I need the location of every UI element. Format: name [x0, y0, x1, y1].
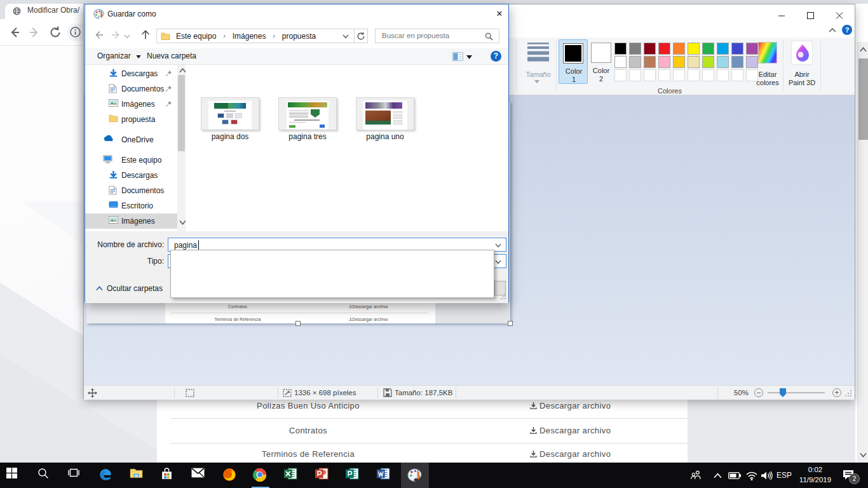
size-dropdown-icon[interactable]	[534, 80, 539, 83]
download-link[interactable]: Descargar archivo	[530, 449, 611, 459]
palette-empty-swatch[interactable]	[629, 69, 641, 81]
palette-color-swatch[interactable]	[658, 43, 670, 55]
palette-empty-swatch[interactable]	[614, 69, 627, 81]
canvas-resize-handle-bottom[interactable]	[295, 321, 301, 326]
palette-color-swatch[interactable]	[702, 56, 714, 68]
taskbar-button-paint[interactable]	[401, 463, 429, 488]
search-input[interactable]: Buscar en propuesta	[375, 29, 499, 43]
filename-dropdown-icon[interactable]	[495, 243, 501, 248]
palette-color-swatch[interactable]	[688, 43, 700, 55]
taskbar-button-start[interactable]	[0, 463, 28, 488]
palette-empty-swatch[interactable]	[731, 69, 743, 81]
palette-color-swatch[interactable]	[731, 43, 743, 55]
size-button-label[interactable]: Tamaño	[522, 71, 554, 79]
taskbar-button-publisher[interactable]	[339, 463, 367, 488]
taskbar-button-task-view[interactable]	[62, 463, 90, 488]
taskbar-button-powerpoint[interactable]	[309, 463, 337, 488]
sidebar-scrollbar[interactable]	[177, 65, 186, 231]
palette-color-swatch[interactable]	[688, 56, 700, 68]
hide-folders-button[interactable]: Ocultar carpetas	[96, 284, 163, 293]
zoom-slider-thumb[interactable]	[779, 388, 787, 398]
palette-empty-swatch[interactable]	[658, 69, 670, 81]
sidebar-item-escritorio[interactable]: Escritorio	[85, 198, 177, 214]
breadcrumb-item-1[interactable]: Este equipo	[176, 32, 216, 41]
palette-color-swatch[interactable]	[746, 43, 758, 55]
zoom-in-button[interactable]: +	[832, 388, 841, 397]
taskbar-button-edge[interactable]	[92, 463, 120, 488]
sidebar-item-documentos[interactable]: Documentos	[85, 183, 177, 198]
palette-color-swatch[interactable]	[673, 43, 685, 55]
browser-forward-icon[interactable]	[27, 25, 42, 40]
sidebar-item-imágenes[interactable]: Imágenes	[85, 97, 177, 112]
download-link[interactable]: Descargar archivo	[530, 426, 611, 435]
people-icon[interactable]	[690, 470, 702, 480]
wifi-icon[interactable]	[746, 471, 757, 480]
refresh-button[interactable]	[355, 29, 368, 43]
palette-empty-swatch[interactable]	[702, 69, 714, 81]
browser-scrollbar[interactable]	[855, 4, 868, 463]
nav-up-icon[interactable]	[140, 29, 151, 41]
browser-reload-icon[interactable]	[48, 25, 63, 40]
palette-color-swatch[interactable]	[717, 56, 729, 68]
palette-color-swatch[interactable]	[717, 43, 729, 55]
new-folder-button[interactable]: Nueva carpeta	[147, 51, 196, 60]
browser-scrollbar-track[interactable]	[857, 42, 868, 463]
scroll-up-icon[interactable]	[860, 47, 867, 52]
palette-color-swatch[interactable]	[702, 43, 714, 55]
minimize-icon[interactable]	[772, 11, 791, 20]
tray-expand-icon[interactable]	[714, 473, 722, 478]
breadcrumb-item-2[interactable]: Imágenes	[233, 32, 266, 41]
taskbar-button-mail[interactable]	[185, 463, 213, 488]
palette-empty-swatch[interactable]	[717, 69, 729, 81]
speaker-icon[interactable]	[761, 471, 773, 480]
taskbar-button-firefox[interactable]	[216, 463, 244, 488]
palette-color-swatch[interactable]	[673, 56, 685, 68]
palette-color-swatch[interactable]	[614, 56, 627, 68]
nav-history-icon[interactable]	[124, 34, 130, 39]
sidebar-item-este-equipo[interactable]: Este equipo	[85, 152, 177, 168]
breadcrumb-bar[interactable]: Este equipo›Imágenes›propuesta	[156, 29, 355, 43]
browser-scrollbar-thumb[interactable]	[858, 58, 868, 140]
edit-colors-icon[interactable]	[758, 42, 777, 64]
sidebar-item-propuesta[interactable]: propuesta	[85, 112, 177, 127]
battery-icon[interactable]	[728, 472, 741, 479]
palette-color-swatch[interactable]	[658, 56, 670, 68]
file-item-dos[interactable]: pagina dos	[191, 97, 269, 141]
breadcrumb-item-3[interactable]: propuesta	[282, 32, 316, 41]
paint3d-icon[interactable]	[791, 41, 813, 65]
color2-button[interactable]: Color 2	[588, 39, 614, 84]
dialog-close-icon[interactable]: ✕	[492, 8, 506, 20]
taskbar-button-word[interactable]	[370, 463, 398, 488]
palette-empty-swatch[interactable]	[688, 69, 700, 81]
nav-forward-icon[interactable]	[110, 29, 121, 41]
palette-color-swatch[interactable]	[629, 56, 641, 68]
sidebar-item-descargas[interactable]: Descargas	[85, 168, 177, 183]
filename-suggestions-dropdown[interactable]	[170, 250, 494, 298]
taskbar-clock[interactable]: 0:0211/9/2019	[796, 464, 835, 485]
taskbar-button-store[interactable]	[154, 463, 182, 488]
resize-grip-icon[interactable]	[845, 390, 852, 397]
palette-color-swatch[interactable]	[614, 43, 627, 55]
organize-button[interactable]: Organizar	[97, 51, 131, 60]
palette-color-swatch[interactable]	[731, 56, 743, 68]
color1-button[interactable]: Color 1	[559, 39, 588, 84]
breadcrumb-dropdown-icon[interactable]	[342, 34, 349, 39]
size-icon[interactable]	[527, 43, 550, 62]
taskbar-button-excel[interactable]	[278, 463, 306, 488]
palette-color-swatch[interactable]	[629, 43, 641, 55]
download-link[interactable]: Descargar archivo	[349, 304, 388, 309]
palette-color-swatch[interactable]	[644, 43, 656, 55]
sidebar-item-documentos[interactable]: Documentos	[85, 81, 177, 97]
dialog-resize-grip[interactable]	[500, 294, 506, 300]
sidebar-item-imágenes[interactable]: Imágenes	[85, 214, 177, 229]
view-mode-dropdown-icon[interactable]	[466, 55, 472, 59]
taskbar-button-search[interactable]	[31, 463, 59, 488]
page-info-icon[interactable]	[69, 25, 82, 39]
taskbar-button-chrome[interactable]	[247, 463, 275, 488]
canvas-resize-handle-corner[interactable]	[508, 321, 513, 326]
help-icon[interactable]: ?	[842, 25, 852, 35]
paint3d-label[interactable]: Abrir Paint 3D	[780, 71, 824, 87]
palette-empty-swatch[interactable]	[673, 69, 685, 81]
sidebar-item-onedrive[interactable]: OneDrive	[85, 132, 177, 147]
file-item-uno[interactable]: pagina uno	[346, 97, 424, 141]
